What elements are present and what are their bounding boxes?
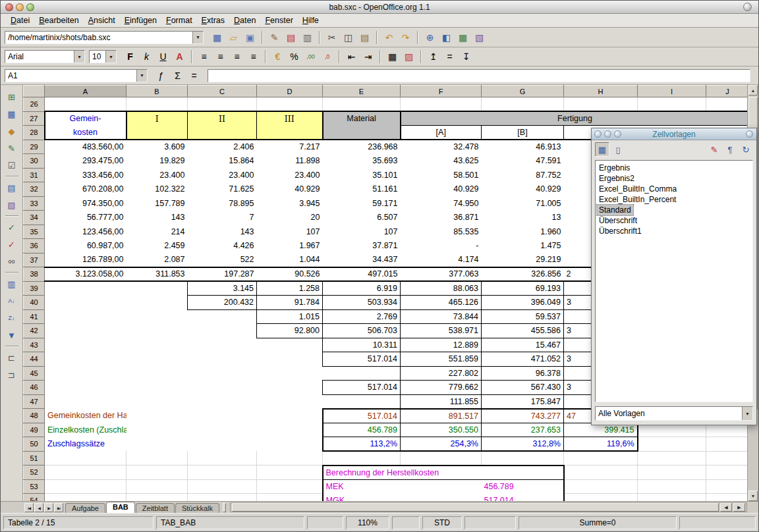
row-header-46[interactable]: 46 bbox=[24, 381, 45, 395]
cell[interactable]: [A] bbox=[401, 126, 482, 140]
cell[interactable]: 35.693 bbox=[323, 154, 401, 169]
cell[interactable] bbox=[638, 451, 706, 466]
cell[interactable] bbox=[257, 126, 323, 140]
autofilter-button[interactable]: ▼ bbox=[3, 327, 20, 343]
cell[interactable]: 1.967 bbox=[257, 239, 323, 253]
status-zoom[interactable]: 110% bbox=[346, 516, 389, 529]
cell[interactable] bbox=[257, 437, 323, 452]
style-item-Ergebnis2[interactable]: Ergebnis2 bbox=[597, 173, 636, 184]
cell[interactable]: Berechnung der Herstellkosten bbox=[323, 466, 564, 480]
cell[interactable]: 517.014 bbox=[323, 381, 401, 395]
column-header-C[interactable]: C bbox=[188, 86, 257, 97]
cell[interactable] bbox=[188, 126, 257, 140]
cell[interactable] bbox=[706, 97, 748, 112]
cell[interactable] bbox=[126, 409, 188, 423]
cell[interactable]: 396.049 bbox=[482, 296, 564, 310]
cell[interactable]: 1.015 bbox=[257, 309, 323, 324]
cell[interactable]: 312,8% bbox=[482, 437, 564, 452]
style-filter-dropdown-icon[interactable]: ▼ bbox=[742, 407, 752, 420]
underline-button[interactable]: U bbox=[155, 49, 171, 65]
cell[interactable] bbox=[188, 494, 257, 502]
cell[interactable]: 974.350,00 bbox=[45, 196, 126, 211]
tab-splitter[interactable] bbox=[223, 503, 226, 512]
scroll-right-button[interactable]: ▶ bbox=[733, 503, 745, 512]
name-box-dropdown-icon[interactable]: ▼ bbox=[136, 70, 147, 82]
row-header-52[interactable]: 52 bbox=[24, 466, 45, 480]
cell[interactable]: 175.847 bbox=[482, 394, 564, 409]
cell[interactable] bbox=[188, 352, 257, 367]
column-header-G[interactable]: G bbox=[482, 86, 564, 97]
cell[interactable]: 102.322 bbox=[126, 182, 188, 197]
row-header-44[interactable]: 44 bbox=[24, 352, 45, 367]
font-color-button[interactable]: A bbox=[171, 49, 188, 65]
cell[interactable] bbox=[45, 479, 126, 494]
ungroup-button[interactable]: ⊐ bbox=[3, 367, 20, 383]
zoom-button[interactable] bbox=[26, 3, 34, 11]
cell[interactable]: 96.378 bbox=[482, 366, 564, 381]
style-filter-box[interactable]: Alle Vorlagen ▼ bbox=[595, 406, 753, 421]
cell[interactable] bbox=[564, 466, 638, 480]
cell[interactable]: 670.208,00 bbox=[45, 182, 126, 197]
function-button[interactable]: = bbox=[186, 68, 202, 84]
cell[interactable]: 12.889 bbox=[401, 338, 482, 352]
align-middle-button[interactable]: = bbox=[441, 49, 458, 65]
cell[interactable]: 90.526 bbox=[257, 267, 323, 282]
cell[interactable]: 107 bbox=[323, 225, 401, 239]
cell[interactable]: 7.217 bbox=[257, 140, 323, 154]
cell[interactable]: 3.609 bbox=[126, 140, 188, 154]
style-item-Excel_BuiltIn_Percent[interactable]: Excel_BuiltIn_Percent bbox=[597, 194, 678, 205]
column-header-I[interactable]: I bbox=[638, 86, 706, 97]
cell[interactable]: 23.400 bbox=[126, 168, 188, 182]
currency-button[interactable]: € bbox=[269, 49, 286, 65]
cell[interactable]: 71.005 bbox=[482, 196, 564, 211]
cell[interactable] bbox=[401, 479, 482, 494]
paste-button[interactable]: ▤ bbox=[356, 30, 373, 45]
page-styles-button[interactable]: ▯ bbox=[611, 142, 625, 157]
cell[interactable] bbox=[706, 451, 748, 466]
cell[interactable] bbox=[257, 423, 323, 437]
cell[interactable] bbox=[401, 494, 482, 502]
cell[interactable]: 1.258 bbox=[257, 281, 323, 296]
datasource-button[interactable]: ▦ bbox=[455, 30, 471, 45]
first-sheet-button[interactable]: |◀ bbox=[24, 503, 34, 512]
cell[interactable]: 123.456,00 bbox=[45, 225, 126, 239]
cell[interactable] bbox=[45, 338, 126, 352]
cell[interactable]: 377.063 bbox=[401, 267, 482, 282]
row-header-29[interactable]: 29 bbox=[24, 140, 45, 154]
font-size-dropdown-icon[interactable]: ▼ bbox=[105, 51, 116, 63]
cell[interactable]: 10.311 bbox=[323, 338, 401, 352]
row-header-32[interactable]: 32 bbox=[24, 182, 45, 197]
cell[interactable]: 455.586 bbox=[482, 324, 564, 338]
last-sheet-button[interactable]: ▶| bbox=[54, 503, 63, 512]
stylist-close-button[interactable] bbox=[594, 130, 602, 138]
cell[interactable] bbox=[257, 494, 323, 502]
cell[interactable] bbox=[638, 466, 706, 480]
cell[interactable] bbox=[257, 394, 323, 409]
cell[interactable]: 891.517 bbox=[401, 409, 482, 423]
style-item-Ergebnis[interactable]: Ergebnis bbox=[597, 163, 632, 173]
scroll-down-button[interactable]: ▼ bbox=[748, 491, 758, 501]
sheet-tab-stückkalk[interactable]: Stückkalk bbox=[175, 503, 219, 513]
cell[interactable]: [B] bbox=[482, 126, 564, 140]
cell[interactable] bbox=[45, 466, 126, 480]
cell[interactable] bbox=[188, 394, 257, 409]
stylist-button[interactable]: ◧ bbox=[438, 30, 455, 45]
row-header-38[interactable]: 38 bbox=[24, 267, 45, 282]
cell[interactable]: 143 bbox=[126, 211, 188, 225]
cell[interactable] bbox=[257, 352, 323, 367]
cell[interactable]: 743.277 bbox=[482, 409, 564, 423]
cell[interactable]: 6.507 bbox=[323, 211, 401, 225]
row-header-31[interactable]: 31 bbox=[24, 168, 45, 182]
cell[interactable]: 497.015 bbox=[323, 267, 401, 282]
select-all-corner[interactable] bbox=[24, 86, 45, 97]
cell[interactable]: 254,3% bbox=[401, 437, 482, 452]
cell[interactable] bbox=[188, 437, 257, 452]
update-style-button[interactable]: ↻ bbox=[739, 142, 753, 157]
stylist-zoom-button[interactable] bbox=[614, 130, 621, 138]
cell[interactable]: 538.971 bbox=[401, 324, 482, 338]
background-color-button[interactable]: ▨ bbox=[401, 49, 417, 65]
cell[interactable] bbox=[188, 324, 257, 338]
cell[interactable] bbox=[188, 409, 257, 423]
cell[interactable]: Fertigung bbox=[401, 111, 748, 126]
cell[interactable]: III bbox=[257, 111, 323, 126]
